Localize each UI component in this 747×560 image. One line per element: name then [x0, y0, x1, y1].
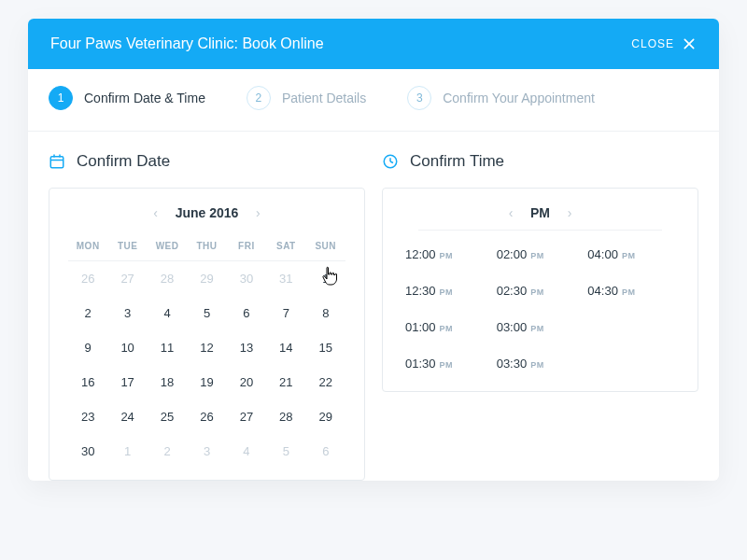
close-label: CLOSE — [631, 37, 674, 50]
time-slot[interactable]: 03:00PM — [497, 320, 585, 334]
time-value: 03:00 — [497, 320, 528, 334]
step-1[interactable]: 1Confirm Date & Time — [49, 86, 205, 110]
calendar-day-header: MON — [68, 228, 107, 261]
calendar-day[interactable]: 10 — [107, 330, 147, 365]
calendar-day[interactable]: 18 — [148, 365, 187, 399]
time-divider — [418, 230, 662, 231]
time-period: PM — [530, 360, 544, 370]
calendar-day[interactable]: 5 — [266, 434, 305, 469]
calendar-day[interactable]: 24 — [107, 399, 147, 434]
time-period: PM — [440, 287, 454, 297]
calendar-day[interactable]: 4 — [227, 434, 266, 469]
stepper: 1Confirm Date & Time2Patient Details3Con… — [28, 69, 719, 132]
calendar-day[interactable]: 7 — [266, 296, 305, 330]
step-label: Confirm Your Appointment — [443, 91, 595, 105]
time-period: PM — [622, 251, 636, 260]
date-column: Confirm Date ‹ June 2016 › MONTUEWEDTHUF… — [49, 152, 365, 481]
calendar-day[interactable]: 3 — [107, 296, 147, 330]
calendar-day[interactable]: 25 — [148, 399, 187, 434]
calendar-day-header: FRI — [227, 228, 266, 261]
calendar-day[interactable]: 1 — [107, 434, 147, 469]
calendar-day[interactable]: 27 — [227, 399, 266, 434]
calendar-day[interactable]: 5 — [187, 296, 226, 330]
step-3[interactable]: 3Confirm Your Appointment — [407, 86, 595, 110]
step-num: 1 — [49, 86, 73, 110]
close-icon — [682, 36, 697, 51]
time-value: 12:00 — [405, 247, 436, 261]
calendar-day[interactable]: 31 — [266, 261, 305, 296]
calendar-day[interactable]: 17 — [107, 365, 147, 399]
prev-period-button[interactable]: ‹ — [504, 205, 517, 220]
calendar-day[interactable]: 2 — [148, 434, 187, 469]
month-label: June 2016 — [172, 205, 243, 220]
calendar-day[interactable]: 6 — [227, 296, 266, 330]
time-slot[interactable]: 01:00PM — [405, 320, 493, 334]
date-section-title: Confirm Date — [77, 152, 170, 171]
calendar-day[interactable]: 23 — [68, 399, 107, 434]
time-period: PM — [530, 324, 544, 333]
calendar-day[interactable]: 20 — [227, 365, 266, 399]
step-num: 3 — [407, 86, 431, 110]
modal-header: Four Paws Veterinary Clinic: Book Online… — [28, 19, 719, 69]
content: Confirm Date ‹ June 2016 › MONTUEWEDTHUF… — [28, 132, 719, 481]
calendar-day[interactable]: 14 — [266, 330, 305, 365]
time-value: 04:30 — [587, 284, 618, 298]
calendar-day[interactable]: 8 — [306, 296, 345, 330]
close-button[interactable]: CLOSE — [631, 36, 697, 51]
calendar-day[interactable]: 28 — [266, 399, 305, 434]
time-column: Confirm Time ‹ PM › 12:00PM12:30PM01:00P… — [382, 152, 698, 481]
calendar-day[interactable]: 19 — [187, 365, 226, 399]
next-month-button[interactable]: › — [251, 205, 264, 220]
time-value: 03:30 — [497, 357, 528, 371]
time-slot[interactable]: 04:30PM — [587, 284, 675, 298]
time-value: 12:30 — [405, 284, 436, 298]
calendar-day[interactable]: 6 — [306, 434, 345, 469]
time-section-head: Confirm Time — [382, 152, 698, 171]
calendar-day-header: SUN — [306, 228, 345, 261]
step-2[interactable]: 2Patient Details — [247, 86, 366, 110]
time-slot[interactable]: 01:30PM — [405, 357, 493, 371]
calendar-panel: ‹ June 2016 › MONTUEWEDTHUFRISATSUN26272… — [49, 188, 365, 481]
calendar-day[interactable]: 29 — [306, 399, 345, 434]
clock-icon — [382, 153, 399, 170]
booking-modal: Four Paws Veterinary Clinic: Book Online… — [28, 19, 719, 481]
calendar-day[interactable]: 28 — [148, 261, 187, 296]
next-period-button[interactable]: › — [563, 205, 576, 220]
time-value: 04:00 — [587, 247, 618, 261]
calendar-day[interactable]: 13 — [227, 330, 266, 365]
calendar-day[interactable]: 30 — [227, 261, 266, 296]
calendar-day[interactable]: 1 — [306, 261, 345, 296]
calendar-day[interactable]: 27 — [107, 261, 147, 296]
calendar-day[interactable]: 15 — [306, 330, 345, 365]
period-label: PM — [527, 205, 554, 220]
calendar-day[interactable]: 16 — [68, 365, 107, 399]
time-grid: 12:00PM12:30PM01:00PM01:30PM02:00PM02:30… — [402, 247, 679, 380]
time-slot[interactable]: 12:00PM — [405, 247, 493, 261]
calendar-day[interactable]: 4 — [148, 296, 187, 330]
calendar-day-header: TUE — [107, 228, 147, 261]
svg-rect-2 — [50, 157, 63, 168]
calendar-day[interactable]: 30 — [68, 434, 107, 469]
month-nav: ‹ June 2016 › — [68, 205, 345, 220]
time-slot[interactable]: 02:00PM — [497, 247, 585, 261]
calendar-day-header: WED — [148, 228, 187, 261]
calendar-day-header: THU — [187, 228, 226, 261]
calendar-day[interactable]: 12 — [187, 330, 226, 365]
time-slot[interactable]: 03:30PM — [497, 357, 585, 371]
time-slot[interactable]: 04:00PM — [587, 247, 675, 261]
calendar-day[interactable]: 2 — [68, 296, 107, 330]
time-value: 01:00 — [405, 320, 436, 334]
step-num: 2 — [247, 86, 271, 110]
calendar-day[interactable]: 26 — [68, 261, 107, 296]
time-slot[interactable]: 02:30PM — [497, 284, 585, 298]
calendar-day[interactable]: 22 — [306, 365, 345, 399]
calendar-day[interactable]: 26 — [187, 399, 226, 434]
time-period: PM — [440, 324, 454, 333]
time-slot[interactable]: 12:30PM — [405, 284, 493, 298]
prev-month-button[interactable]: ‹ — [149, 205, 162, 220]
calendar-day[interactable]: 29 — [187, 261, 226, 296]
calendar-day[interactable]: 11 — [148, 330, 187, 365]
calendar-day[interactable]: 3 — [187, 434, 226, 469]
calendar-day[interactable]: 9 — [68, 330, 107, 365]
calendar-day[interactable]: 21 — [266, 365, 305, 399]
